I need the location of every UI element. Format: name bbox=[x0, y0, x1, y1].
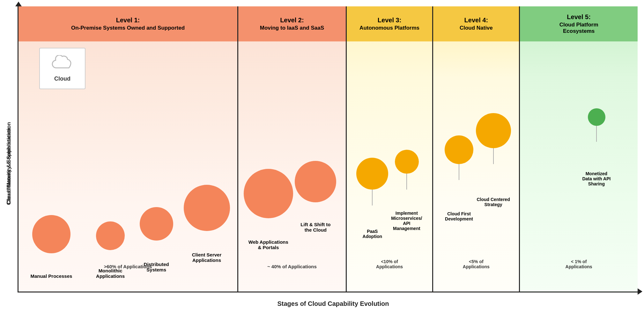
level3-header: Level 3: Autonomous Platforms bbox=[347, 6, 433, 41]
stem-cloud-first bbox=[459, 164, 459, 180]
bubble-paas bbox=[356, 158, 388, 190]
label-client-server: Client ServerApplications bbox=[180, 252, 234, 263]
cloud-box: Cloud bbox=[39, 48, 85, 89]
pct-label-l3: <10% ofApplications bbox=[347, 259, 433, 269]
label-monetized: MonetizedData with APISharing bbox=[571, 171, 622, 186]
label-manual-processes: Manual Processes bbox=[27, 273, 75, 279]
stem-monetized bbox=[596, 126, 597, 142]
level1-desc: On-Premise Systems Owned and Supported bbox=[71, 25, 185, 31]
y-axis-outer-label: Cloud Maturity & Sophistication bbox=[3, 41, 15, 291]
level2-desc: Moving to IaaS and SaaS bbox=[260, 25, 324, 31]
stem-cloud-centered bbox=[493, 148, 494, 164]
bubble-manual-processes bbox=[32, 215, 70, 253]
label-cloud-centered: Cloud CenteredStrategy bbox=[468, 197, 519, 207]
level3-desc: Autonomous Platforms bbox=[359, 25, 419, 31]
x-axis-label: Stages of Cloud Capability Evolution bbox=[277, 300, 389, 307]
bubble-monetized bbox=[588, 108, 605, 126]
y-label-text: Cloud Maturity & Sophistication bbox=[6, 127, 12, 205]
pct-label-l5: < 1% ofApplications bbox=[520, 259, 638, 269]
chart-container: Cloud Maturity & Sophistication Stages o… bbox=[0, 0, 644, 310]
level4-num: Level 4: bbox=[464, 17, 488, 24]
level2-header: Level 2: Moving to IaaS and SaaS bbox=[238, 6, 346, 41]
bubble-microservices bbox=[395, 150, 419, 174]
level1-header: Level 1: On-Premise Systems Owned and Su… bbox=[19, 6, 237, 41]
label-cloud-first: Cloud FirstDevelopment bbox=[433, 211, 485, 221]
level4-section: Level 4: Cloud Native Cloud FirstDevelop… bbox=[433, 6, 520, 292]
level4-header: Level 4: Cloud Native bbox=[433, 6, 519, 41]
level2-section: Level 2: Moving to IaaS and SaaS Web App… bbox=[238, 6, 347, 292]
bubble-monolithic bbox=[96, 221, 125, 250]
pct-label-l1: >60% of Applications bbox=[19, 264, 237, 269]
bubble-cloud-first bbox=[445, 135, 473, 164]
label-microservices: ImplementMicroservices/APIManagement bbox=[381, 211, 432, 231]
label-monolithic: MonolithicApplications bbox=[86, 268, 134, 279]
level5-header: Level 5: Cloud Platform Ecosystems bbox=[520, 6, 638, 41]
level5-section: Level 5: Cloud Platform Ecosystems Monet… bbox=[520, 6, 638, 292]
bubble-lift-shift bbox=[295, 161, 336, 202]
label-lift-shift: Lift & Shift tothe Cloud bbox=[290, 222, 341, 233]
level3-bg bbox=[347, 6, 433, 292]
bubble-web-apps bbox=[244, 169, 293, 218]
stem-microservices bbox=[406, 174, 407, 190]
pct-label-l4: <5% ofApplications bbox=[433, 259, 519, 269]
level3-num: Level 3: bbox=[378, 17, 401, 24]
label-web-apps: Web Applications& Portals bbox=[241, 239, 295, 250]
level3-section: Level 3: Autonomous Platforms PaaSAdopti… bbox=[347, 6, 433, 292]
pct-label-l2: ~ 40% of Applications bbox=[238, 264, 346, 269]
cloud-label: Cloud bbox=[54, 76, 70, 82]
bubble-client-server bbox=[184, 185, 230, 231]
level5-desc: Cloud Platform Ecosystems bbox=[559, 22, 598, 34]
bubble-distributed bbox=[140, 207, 173, 241]
level4-desc: Cloud Native bbox=[460, 25, 493, 31]
stem-paas bbox=[372, 190, 373, 205]
level1-num: Level 1: bbox=[116, 17, 140, 24]
level5-num: Level 5: bbox=[567, 13, 590, 21]
bubble-cloud-centered bbox=[476, 113, 511, 148]
level5-bg bbox=[520, 6, 638, 292]
level2-num: Level 2: bbox=[280, 17, 304, 24]
chart-area: Level 1: On-Premise Systems Owned and Su… bbox=[18, 6, 638, 292]
cloud-icon bbox=[51, 55, 74, 74]
